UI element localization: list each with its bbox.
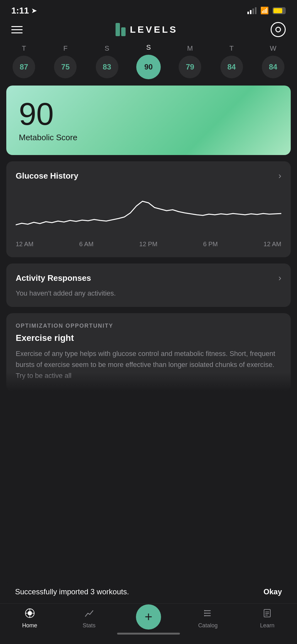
catalog-icon bbox=[203, 608, 213, 620]
learn-icon bbox=[262, 608, 272, 620]
time-label-3: 6 PM bbox=[203, 241, 218, 248]
signal-icon bbox=[247, 7, 256, 14]
day-item-2[interactable]: S 83 bbox=[86, 44, 128, 78]
day-score-2: 83 bbox=[96, 56, 118, 78]
nav-home[interactable]: Home bbox=[14, 608, 46, 629]
nav-catalog-label: Catalog bbox=[198, 622, 218, 629]
levels-logo-icon bbox=[116, 23, 126, 36]
nav-stats-label: Stats bbox=[83, 622, 95, 629]
optimization-card[interactable]: OPTIMIZATION OPPORTUNITY Exercise right … bbox=[6, 313, 291, 391]
glucose-chart bbox=[16, 187, 281, 237]
day-selector: T 87 F 75 S 83 S 90 M 79 T 84 W 84 bbox=[0, 43, 297, 79]
glucose-history-card[interactable]: Glucose History › 12 AM 6 AM 12 PM 6 PM … bbox=[6, 161, 291, 257]
toast-okay-button[interactable]: Okay bbox=[263, 587, 282, 596]
camera-lens-icon bbox=[275, 27, 281, 32]
day-item-0[interactable]: T 87 bbox=[3, 44, 45, 78]
metabolic-score-card[interactable]: 90 Metabolic Score bbox=[6, 86, 291, 155]
time-label-4: 12 AM bbox=[263, 241, 281, 248]
metabolic-score-label: Metabolic Score bbox=[19, 133, 278, 142]
bottom-nav: Home Stats + bbox=[0, 603, 297, 644]
menu-line bbox=[11, 26, 23, 27]
toast-notification: Successfully imported 3 workouts. Okay bbox=[6, 580, 291, 603]
day-score-3: 90 bbox=[136, 55, 161, 79]
day-item-4[interactable]: M 79 bbox=[169, 44, 211, 78]
app-header: LEVELS bbox=[0, 19, 297, 43]
menu-line bbox=[11, 32, 23, 33]
day-letter-1: F bbox=[63, 44, 68, 53]
stats-icon bbox=[84, 608, 94, 620]
bottom-spacer bbox=[0, 397, 297, 460]
glucose-history-header: Glucose History › bbox=[16, 171, 281, 181]
day-score-0: 87 bbox=[13, 56, 35, 78]
glucose-line-chart bbox=[16, 187, 281, 237]
day-letter-4: M bbox=[187, 44, 193, 53]
activity-responses-title: Activity Responses bbox=[16, 273, 91, 283]
svg-point-9 bbox=[204, 613, 205, 614]
svg-point-1 bbox=[28, 611, 32, 615]
time-labels: 12 AM 6 AM 12 PM 6 PM 12 AM bbox=[16, 241, 281, 248]
opt-title: Exercise right bbox=[16, 333, 281, 343]
day-score-6: 84 bbox=[262, 56, 284, 78]
svg-point-7 bbox=[204, 610, 205, 611]
nav-add[interactable]: + bbox=[133, 608, 164, 630]
day-item-1[interactable]: F 75 bbox=[45, 44, 86, 78]
day-letter-3: S bbox=[146, 43, 151, 52]
toast-message: Successfully imported 3 workouts. bbox=[15, 587, 129, 596]
activity-responses-card[interactable]: Activity Responses › You haven't added a… bbox=[6, 264, 291, 307]
time-display: 1:11 bbox=[11, 6, 29, 16]
status-bar: 1:11 ➤ 📶 ⚡ bbox=[0, 0, 297, 19]
opt-category-label: OPTIMIZATION OPPORTUNITY bbox=[16, 323, 281, 329]
logo: LEVELS bbox=[116, 23, 178, 36]
opt-body: Exercise of any type helps with glucose … bbox=[16, 348, 281, 381]
status-time: 1:11 ➤ bbox=[11, 6, 37, 16]
nav-items: Home Stats + bbox=[0, 608, 297, 630]
day-letter-2: S bbox=[105, 44, 109, 53]
menu-line bbox=[11, 29, 23, 30]
day-letter-5: T bbox=[230, 44, 234, 53]
logo-text: LEVELS bbox=[130, 24, 178, 35]
nav-learn[interactable]: Learn bbox=[251, 608, 283, 629]
day-item-3[interactable]: S 90 bbox=[128, 43, 169, 79]
day-score-1: 75 bbox=[54, 56, 77, 78]
day-score-4: 79 bbox=[179, 56, 201, 78]
battery-icon: ⚡ bbox=[273, 7, 286, 14]
glucose-history-title: Glucose History bbox=[16, 171, 78, 181]
day-letter-0: T bbox=[22, 44, 26, 53]
day-item-5[interactable]: T 84 bbox=[211, 44, 252, 78]
time-label-1: 6 AM bbox=[79, 241, 94, 248]
status-icons: 📶 ⚡ bbox=[247, 7, 286, 15]
chevron-right-icon: › bbox=[278, 273, 281, 283]
add-button[interactable]: + bbox=[136, 604, 161, 630]
menu-button[interactable] bbox=[11, 26, 23, 33]
day-score-5: 84 bbox=[220, 56, 243, 78]
home-indicator bbox=[117, 633, 180, 635]
time-label-2: 12 PM bbox=[139, 241, 158, 248]
plus-icon: + bbox=[145, 610, 153, 624]
nav-catalog[interactable]: Catalog bbox=[192, 608, 224, 629]
wifi-icon: 📶 bbox=[260, 7, 269, 15]
nav-stats[interactable]: Stats bbox=[73, 608, 105, 629]
nav-learn-label: Learn bbox=[260, 622, 274, 629]
location-arrow-icon: ➤ bbox=[31, 7, 37, 14]
camera-button[interactable] bbox=[271, 22, 286, 37]
nav-home-label: Home bbox=[22, 622, 37, 629]
logo-bar bbox=[116, 23, 120, 36]
metabolic-score-value: 90 bbox=[19, 98, 278, 130]
activity-responses-body: You haven't added any activities. bbox=[16, 289, 281, 297]
logo-bar bbox=[121, 27, 126, 36]
day-item-6[interactable]: W 84 bbox=[252, 44, 294, 78]
chevron-right-icon: › bbox=[278, 171, 281, 181]
home-icon bbox=[25, 608, 35, 620]
activity-responses-header: Activity Responses › bbox=[16, 273, 281, 283]
time-label-0: 12 AM bbox=[16, 241, 34, 248]
svg-point-11 bbox=[204, 615, 205, 616]
day-letter-6: W bbox=[270, 44, 276, 53]
